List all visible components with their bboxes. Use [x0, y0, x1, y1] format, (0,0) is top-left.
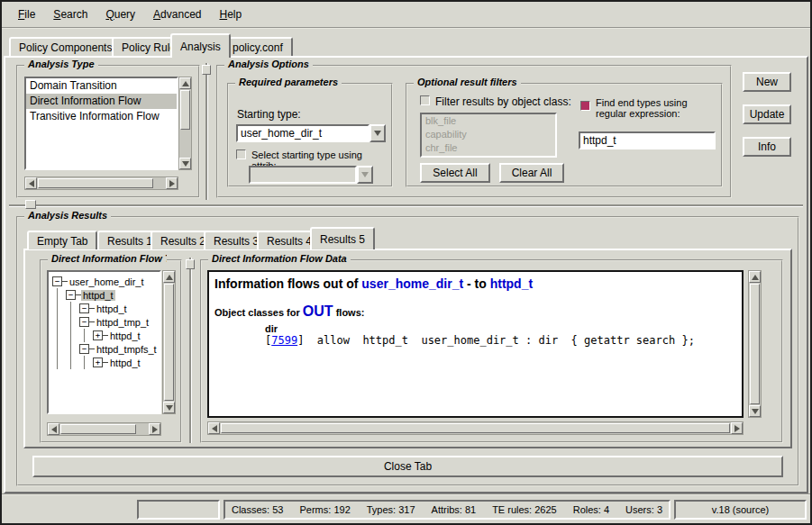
list-item-transitive-information-flow[interactable]: Transitive Information Flow [26, 109, 177, 124]
flow-tree[interactable]: −user_home_dir_t −httpd_t −httpd_t [47, 270, 161, 414]
select-all-button[interactable]: Select All [420, 163, 490, 183]
expander-minus-icon[interactable]: − [52, 276, 62, 286]
pane-sash-horizontal[interactable] [9, 204, 803, 206]
object-class-filter-checkbox[interactable] [420, 95, 430, 105]
tree-node[interactable]: −httpd_tmpfs_t [79, 342, 160, 356]
tab-results-5[interactable]: Results 5 [310, 227, 375, 249]
results-sash-vertical[interactable] [189, 258, 191, 443]
flow-tree-hscrollbar[interactable] [47, 422, 161, 436]
scroll-down-button[interactable] [163, 402, 175, 413]
new-button[interactable]: New [743, 72, 791, 92]
expander-plus-icon[interactable]: + [93, 358, 103, 367]
menu-advanced-rest: dvanced [160, 8, 201, 21]
stat-value: 81 [465, 504, 476, 515]
list-item-domain-transition[interactable]: Domain Transition [26, 78, 177, 94]
flow-tree-title: Direct Information Flow Tree [48, 253, 167, 264]
tree-node[interactable]: −httpd_t [79, 302, 160, 315]
tree-node[interactable]: −user_home_dir_t [52, 275, 160, 288]
scrollbar-thumb[interactable] [750, 284, 760, 404]
tab-analysis[interactable]: Analysis [170, 33, 231, 58]
expander-minus-icon[interactable]: − [79, 344, 89, 354]
stat-roles: Roles: 4 [573, 504, 609, 515]
analysis-type-listbox[interactable]: Domain Transition Direct Information Flo… [24, 77, 178, 170]
attrib-entry [249, 166, 357, 184]
analysis-type-hscrollbar[interactable] [24, 177, 178, 190]
flow-data-hscrollbar[interactable] [207, 421, 744, 435]
tree-node-label[interactable]: httpd_tmp_t [95, 317, 151, 328]
tree-node-label[interactable]: httpd_t [108, 330, 142, 341]
info-button[interactable]: Info [743, 137, 791, 157]
expander-minus-icon[interactable]: − [79, 317, 89, 327]
menu-bar: File Search Query Advanced Help [2, 2, 810, 29]
regex-checkbox-label: Find end types using regular expression: [596, 97, 714, 119]
starting-type-entry[interactable] [236, 124, 370, 142]
pane-sash-handle[interactable] [202, 65, 211, 75]
tree-node[interactable]: +httpd_t [93, 356, 160, 369]
scrollbar-thumb[interactable] [221, 423, 730, 433]
expander-minus-icon[interactable]: − [66, 290, 76, 300]
arrow-down-icon [166, 405, 173, 411]
scrollbar-thumb[interactable] [164, 284, 174, 401]
tree-node[interactable]: −httpd_tmp_t [79, 315, 160, 329]
scroll-right-button[interactable] [731, 422, 743, 434]
flow-data-textarea[interactable]: Information flows out of user_home_dir_t… [207, 270, 744, 418]
rule-id-link[interactable]: 7599 [271, 334, 297, 347]
tree-node[interactable]: +httpd_t [93, 329, 160, 342]
tree-node[interactable]: −httpd_t [66, 288, 160, 302]
menu-advanced-key: A [153, 8, 160, 21]
tree-node-label-selected[interactable]: httpd_t [81, 290, 115, 301]
scroll-up-button[interactable] [749, 271, 761, 283]
scroll-left-button[interactable] [48, 423, 59, 435]
scrollbar-thumb[interactable] [180, 90, 190, 130]
scroll-right-button[interactable] [166, 177, 178, 189]
close-tab-button[interactable]: Close Tab [32, 456, 783, 477]
expander-minus-icon[interactable]: − [79, 303, 89, 313]
arrow-up-icon [752, 275, 759, 280]
attrib-combobox[interactable] [249, 166, 373, 184]
scrollbar-thumb[interactable] [60, 424, 136, 434]
scroll-left-button[interactable] [208, 422, 220, 434]
scroll-down-button[interactable] [749, 405, 761, 417]
scroll-up-button[interactable] [163, 271, 175, 283]
attrib-checkbox[interactable] [236, 149, 246, 159]
clear-all-button[interactable]: Clear All [499, 163, 564, 183]
regex-checkbox[interactable] [580, 101, 590, 111]
tree-node-label[interactable]: httpd_t [108, 358, 142, 368]
tab-policy-components[interactable]: Policy Components [9, 37, 122, 56]
scroll-up-button[interactable] [179, 77, 191, 89]
expander-plus-icon[interactable]: + [93, 330, 103, 340]
scroll-down-button[interactable] [179, 158, 191, 169]
tab-empty-tab[interactable]: Empty Tab [27, 231, 97, 249]
pane-sash-handle-horizontal[interactable] [25, 200, 36, 209]
menu-help[interactable]: Help [210, 5, 251, 24]
menu-search[interactable]: Search [44, 5, 96, 24]
scroll-left-button[interactable] [25, 177, 37, 189]
headline-source-type: user_home_dir_t [361, 276, 463, 291]
regex-entry[interactable] [579, 131, 716, 149]
stat-label: Types: [367, 504, 396, 515]
combo-dropdown-button-disabled [357, 166, 373, 184]
scroll-right-button[interactable] [149, 423, 160, 435]
starting-type-combobox[interactable] [236, 124, 386, 142]
stat-attribs: Attribs: 81 [432, 504, 477, 515]
update-button[interactable]: Update [743, 104, 791, 124]
flow-tree-group: Direct Information Flow Tree −user_home_… [40, 259, 182, 443]
results-sash-handle[interactable] [186, 259, 195, 269]
scrollbar-thumb[interactable] [38, 178, 153, 188]
list-item-direct-information-flow[interactable]: Direct Information Flow [26, 94, 177, 109]
tree-node-label[interactable]: user_home_dir_t [68, 276, 146, 287]
analysis-type-vscrollbar[interactable] [178, 77, 192, 170]
object-class-item: capability [422, 128, 555, 141]
tree-node-label[interactable]: httpd_tmpfs_t [95, 344, 159, 355]
menu-query[interactable]: Query [96, 5, 144, 24]
object-class-filter-row: Filter results by object class: [420, 95, 571, 108]
flow-tree-vscrollbar[interactable] [162, 270, 176, 414]
menu-query-key: Q [105, 8, 114, 21]
tree-node-label[interactable]: httpd_t [95, 303, 129, 314]
menu-file[interactable]: File [9, 5, 44, 24]
tab-policy-conf[interactable]: policy.conf [223, 37, 293, 56]
menu-advanced[interactable]: Advanced [144, 5, 210, 24]
combo-dropdown-button[interactable] [370, 124, 386, 142]
pane-sash-vertical[interactable] [205, 63, 207, 200]
flow-data-vscrollbar[interactable] [748, 270, 762, 418]
